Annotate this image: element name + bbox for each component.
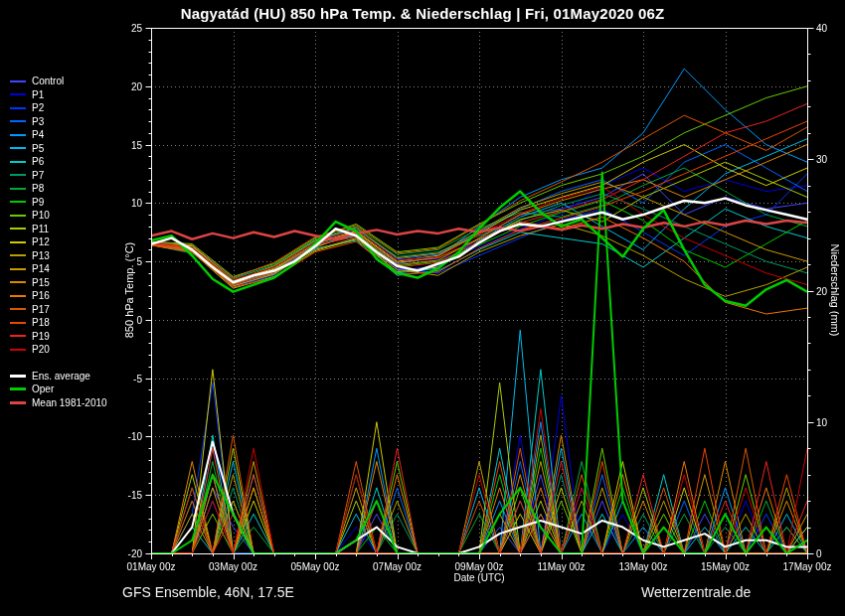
legend-color-swatch: [10, 375, 26, 378]
legend-item: P1: [10, 88, 107, 102]
legend-item: P18: [10, 316, 107, 330]
legend-label: P1: [32, 89, 44, 100]
legend-label: P10: [32, 210, 50, 221]
legend-label: P7: [32, 170, 44, 181]
legend-color-swatch: [10, 80, 26, 82]
x-axis-tick-label: 15May 00z: [701, 561, 750, 572]
legend-item: P9: [10, 196, 107, 210]
legend-color-swatch: [10, 349, 26, 351]
legend-color-swatch: [10, 120, 26, 122]
x-axis-title: Date (UTC): [453, 572, 504, 583]
legend-item: P20: [10, 343, 107, 357]
left-axis-tick-label: 20: [131, 80, 142, 91]
legend-label: Ens. average: [32, 371, 90, 382]
x-axis-tick-label: 03May 00z: [209, 561, 257, 572]
right-axis-title: Niederschlag (mm): [829, 244, 841, 337]
legend-item: Mean 1981-2010: [10, 396, 107, 410]
legend-item: P13: [10, 249, 107, 263]
x-axis-tick-label: 11May 00z: [537, 561, 585, 572]
legend-item: Ens. average: [10, 370, 107, 384]
legend-color-swatch: [10, 161, 26, 163]
legend-item: P15: [10, 276, 107, 290]
legend-color-swatch: [10, 215, 26, 217]
legend-color-swatch: [10, 228, 26, 230]
legend-color-swatch: [10, 322, 26, 324]
left-axis-title: 850 hPa Temp. (°C): [123, 242, 135, 339]
left-axis-tick-label: -15: [128, 490, 142, 501]
legend-color-swatch: [10, 254, 26, 256]
x-axis-tick-label: 17May 00z: [783, 561, 832, 572]
x-axis-tick-label: 01May 00z: [127, 561, 176, 572]
legend-color-swatch: [10, 295, 26, 297]
legend-color-swatch: [10, 335, 26, 337]
legend-color-swatch: [10, 188, 26, 190]
x-axis-tick-label: 13May 00z: [619, 561, 668, 572]
right-axis-tick-label: 40: [816, 23, 827, 34]
legend-label: P5: [32, 143, 44, 154]
footer-model-info: GFS Ensemble, 46N, 17.5E: [122, 584, 294, 600]
left-axis-tick-label: -10: [128, 431, 142, 442]
legend-item: P11: [10, 223, 107, 236]
legend-item: P3: [10, 115, 107, 129]
legend-label: P2: [32, 102, 44, 113]
legend-color-swatch: [10, 93, 26, 95]
legend-color-swatch: [10, 134, 26, 136]
legend-color-swatch: [10, 281, 26, 283]
right-axis-tick-label: 0: [816, 548, 822, 559]
legend-color-swatch: [10, 401, 26, 404]
legend-color-swatch: [10, 174, 26, 176]
x-axis-tick-label: 05May 00z: [291, 561, 340, 572]
right-axis-tick-label: 30: [816, 154, 827, 165]
left-axis-tick-label: -20: [128, 548, 142, 559]
left-axis-tick-label: 0: [136, 314, 142, 325]
legend-item: P17: [10, 303, 107, 317]
legend-label: P18: [32, 317, 50, 328]
legend-label: P8: [32, 183, 44, 194]
x-axis-tick-label: 09May 00z: [455, 561, 504, 572]
left-axis-tick-label: 25: [131, 23, 142, 34]
legend-item: P4: [10, 128, 107, 142]
legend-item: P2: [10, 101, 107, 115]
legend-item: P16: [10, 289, 107, 303]
legend-label: P13: [32, 250, 50, 261]
left-axis-tick-label: 5: [136, 256, 142, 267]
legend-item: P7: [10, 169, 107, 183]
legend-color-swatch: [10, 147, 26, 149]
legend: ControlP1P2P3P4P5P6P7P8P9P10P11P12P13P14…: [10, 75, 107, 409]
legend-label: P9: [32, 197, 44, 208]
legend-label: Oper: [32, 384, 54, 394]
legend-color-swatch: [10, 201, 26, 203]
legend-label: P20: [32, 344, 50, 355]
chart-title: Nagyatád (HU) 850 hPa Temp. & Niederschl…: [0, 5, 845, 22]
left-axis-tick-label: 15: [131, 139, 142, 150]
legend-color-swatch: [10, 268, 26, 270]
legend-color-swatch: [10, 387, 26, 390]
legend-label: Control: [32, 76, 64, 86]
x-axis-tick-label: 07May 00z: [373, 561, 422, 572]
legend-color-swatch: [10, 241, 26, 243]
wetterzentrale-ensemble-chart: Nagyatád (HU) 850 hPa Temp. & Niederschl…: [0, 0, 845, 616]
legend-label: P3: [32, 116, 44, 127]
legend-item: Control: [10, 75, 107, 88]
legend-label: P11: [32, 224, 49, 234]
legend-item: P14: [10, 262, 107, 276]
legend-label: P4: [32, 129, 44, 140]
legend-color-swatch: [10, 308, 26, 310]
legend-label: P19: [32, 331, 50, 342]
legend-label: P16: [32, 290, 50, 301]
legend-label: P15: [32, 277, 50, 288]
legend-label: P12: [32, 236, 50, 247]
legend-item: P8: [10, 182, 107, 196]
legend-label: P6: [32, 156, 44, 167]
right-axis-tick-label: 20: [816, 285, 827, 296]
legend-color-swatch: [10, 107, 26, 109]
legend-label: P17: [32, 304, 50, 315]
right-axis-tick-label: 10: [816, 416, 827, 427]
legend-item: P10: [10, 209, 107, 223]
legend-item: P12: [10, 235, 107, 249]
legend-item: Oper: [10, 383, 107, 396]
legend-item: P6: [10, 155, 107, 169]
legend-item: P5: [10, 142, 107, 156]
left-axis-tick-label: -5: [133, 373, 142, 384]
left-axis-tick-label: 10: [131, 198, 142, 209]
